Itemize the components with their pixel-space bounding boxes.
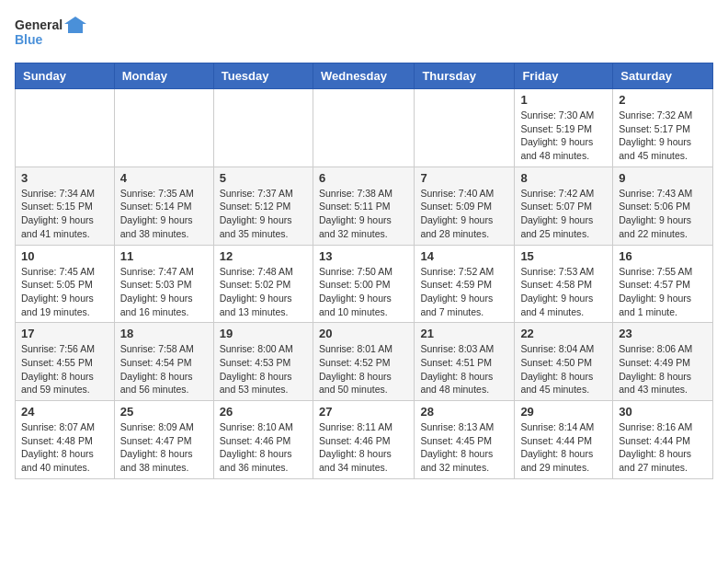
- day-info: Sunrise: 7:30 AM Sunset: 5:19 PM Dayligh…: [520, 109, 607, 163]
- calendar-cell: 29Sunrise: 8:14 AM Sunset: 4:44 PM Dayli…: [515, 401, 613, 479]
- day-info: Sunrise: 7:45 AM Sunset: 5:05 PM Dayligh…: [21, 265, 108, 319]
- day-number: 18: [120, 327, 208, 340]
- day-number: 26: [220, 405, 307, 419]
- day-info: Sunrise: 7:32 AM Sunset: 5:17 PM Dayligh…: [619, 109, 707, 163]
- calendar-cell: [213, 89, 313, 167]
- day-of-week-header: Thursday: [415, 63, 515, 89]
- calendar-cell: 20Sunrise: 8:01 AM Sunset: 4:52 PM Dayli…: [313, 323, 414, 401]
- day-number: 12: [220, 249, 307, 263]
- calendar-cell: 11Sunrise: 7:47 AM Sunset: 5:03 PM Dayli…: [114, 245, 213, 323]
- calendar-cell: 30Sunrise: 8:16 AM Sunset: 4:44 PM Dayli…: [613, 401, 713, 479]
- day-info: Sunrise: 7:37 AM Sunset: 5:12 PM Dayligh…: [220, 187, 307, 241]
- day-number: 29: [520, 405, 607, 419]
- calendar-cell: 18Sunrise: 7:58 AM Sunset: 4:54 PM Dayli…: [114, 323, 213, 401]
- day-number: 15: [520, 249, 607, 263]
- day-number: 21: [420, 327, 508, 340]
- day-info: Sunrise: 7:34 AM Sunset: 5:15 PM Dayligh…: [21, 187, 108, 241]
- calendar-week-row: 17Sunrise: 7:56 AM Sunset: 4:55 PM Dayli…: [16, 323, 713, 401]
- svg-text:General: General: [15, 17, 63, 32]
- calendar-cell: 4Sunrise: 7:35 AM Sunset: 5:14 PM Daylig…: [114, 167, 213, 245]
- day-info: Sunrise: 8:14 AM Sunset: 4:44 PM Dayligh…: [520, 420, 607, 475]
- day-number: 24: [21, 405, 108, 419]
- day-number: 17: [21, 327, 108, 340]
- day-info: Sunrise: 8:01 AM Sunset: 4:52 PM Dayligh…: [319, 342, 408, 396]
- calendar-cell: 23Sunrise: 8:06 AM Sunset: 4:49 PM Dayli…: [613, 323, 713, 401]
- calendar-cell: 25Sunrise: 8:09 AM Sunset: 4:47 PM Dayli…: [114, 401, 213, 479]
- day-info: Sunrise: 8:04 AM Sunset: 4:50 PM Dayligh…: [520, 342, 607, 396]
- calendar-cell: 2Sunrise: 7:32 AM Sunset: 5:17 PM Daylig…: [613, 89, 713, 167]
- calendar-cell: 21Sunrise: 8:03 AM Sunset: 4:51 PM Dayli…: [415, 323, 515, 401]
- day-of-week-header: Monday: [114, 63, 213, 89]
- svg-marker-2: [64, 17, 86, 33]
- day-number: 13: [319, 249, 408, 263]
- page-header: General Blue: [15, 15, 713, 52]
- day-number: 4: [120, 171, 208, 185]
- day-info: Sunrise: 7:55 AM Sunset: 4:57 PM Dayligh…: [619, 265, 707, 319]
- day-number: 25: [120, 405, 208, 419]
- day-info: Sunrise: 8:16 AM Sunset: 4:44 PM Dayligh…: [619, 420, 707, 475]
- calendar-cell: [16, 89, 115, 167]
- day-number: 20: [319, 327, 408, 340]
- day-info: Sunrise: 7:47 AM Sunset: 5:03 PM Dayligh…: [120, 265, 208, 319]
- day-info: Sunrise: 7:38 AM Sunset: 5:11 PM Dayligh…: [319, 187, 408, 241]
- calendar-cell: 14Sunrise: 7:52 AM Sunset: 4:59 PM Dayli…: [415, 245, 515, 323]
- calendar-cell: 24Sunrise: 8:07 AM Sunset: 4:48 PM Dayli…: [16, 401, 115, 479]
- calendar-cell: 1Sunrise: 7:30 AM Sunset: 5:19 PM Daylig…: [515, 89, 613, 167]
- calendar-cell: [114, 89, 213, 167]
- calendar-cell: 7Sunrise: 7:40 AM Sunset: 5:09 PM Daylig…: [415, 167, 515, 245]
- day-info: Sunrise: 8:10 AM Sunset: 4:46 PM Dayligh…: [220, 420, 307, 475]
- calendar-cell: 26Sunrise: 8:10 AM Sunset: 4:46 PM Dayli…: [213, 401, 313, 479]
- calendar-cell: [313, 89, 414, 167]
- calendar-cell: 17Sunrise: 7:56 AM Sunset: 4:55 PM Dayli…: [16, 323, 115, 401]
- day-number: 14: [420, 249, 508, 263]
- day-number: 19: [220, 327, 307, 340]
- day-info: Sunrise: 7:52 AM Sunset: 4:59 PM Dayligh…: [420, 265, 508, 319]
- day-number: 8: [520, 171, 607, 185]
- day-info: Sunrise: 8:07 AM Sunset: 4:48 PM Dayligh…: [21, 420, 108, 475]
- day-info: Sunrise: 7:50 AM Sunset: 5:00 PM Dayligh…: [319, 265, 408, 319]
- calendar-cell: 6Sunrise: 7:38 AM Sunset: 5:11 PM Daylig…: [313, 167, 414, 245]
- calendar-cell: 12Sunrise: 7:48 AM Sunset: 5:02 PM Dayli…: [213, 245, 313, 323]
- day-info: Sunrise: 7:35 AM Sunset: 5:14 PM Dayligh…: [120, 187, 208, 241]
- calendar-header-row: SundayMondayTuesdayWednesdayThursdayFrid…: [16, 63, 713, 89]
- day-info: Sunrise: 8:13 AM Sunset: 4:45 PM Dayligh…: [420, 420, 508, 475]
- day-info: Sunrise: 7:56 AM Sunset: 4:55 PM Dayligh…: [21, 342, 108, 396]
- calendar-cell: 5Sunrise: 7:37 AM Sunset: 5:12 PM Daylig…: [213, 167, 313, 245]
- day-of-week-header: Wednesday: [313, 63, 414, 89]
- day-info: Sunrise: 7:43 AM Sunset: 5:06 PM Dayligh…: [619, 187, 707, 241]
- calendar-cell: 13Sunrise: 7:50 AM Sunset: 5:00 PM Dayli…: [313, 245, 414, 323]
- day-info: Sunrise: 7:53 AM Sunset: 4:58 PM Dayligh…: [520, 265, 607, 319]
- svg-text:Blue: Blue: [15, 32, 43, 47]
- day-info: Sunrise: 7:58 AM Sunset: 4:54 PM Dayligh…: [120, 342, 208, 396]
- calendar-week-row: 3Sunrise: 7:34 AM Sunset: 5:15 PM Daylig…: [16, 167, 713, 245]
- day-info: Sunrise: 8:06 AM Sunset: 4:49 PM Dayligh…: [619, 342, 707, 396]
- day-info: Sunrise: 7:40 AM Sunset: 5:09 PM Dayligh…: [420, 187, 508, 241]
- day-number: 30: [619, 405, 707, 419]
- calendar-week-row: 24Sunrise: 8:07 AM Sunset: 4:48 PM Dayli…: [16, 401, 713, 479]
- day-info: Sunrise: 7:42 AM Sunset: 5:07 PM Dayligh…: [520, 187, 607, 241]
- day-number: 22: [520, 327, 607, 340]
- day-of-week-header: Sunday: [16, 63, 115, 89]
- day-number: 7: [420, 171, 508, 185]
- calendar-cell: [415, 89, 515, 167]
- day-number: 10: [21, 249, 108, 263]
- day-info: Sunrise: 8:00 AM Sunset: 4:53 PM Dayligh…: [220, 342, 307, 396]
- day-info: Sunrise: 8:09 AM Sunset: 4:47 PM Dayligh…: [120, 420, 208, 475]
- day-info: Sunrise: 8:11 AM Sunset: 4:46 PM Dayligh…: [319, 420, 408, 475]
- calendar-cell: 22Sunrise: 8:04 AM Sunset: 4:50 PM Dayli…: [515, 323, 613, 401]
- calendar-cell: 27Sunrise: 8:11 AM Sunset: 4:46 PM Dayli…: [313, 401, 414, 479]
- day-number: 9: [619, 171, 707, 185]
- day-number: 1: [520, 93, 607, 107]
- calendar-cell: 9Sunrise: 7:43 AM Sunset: 5:06 PM Daylig…: [613, 167, 713, 245]
- logo-svg: General Blue: [15, 15, 88, 52]
- day-number: 28: [420, 405, 508, 419]
- day-of-week-header: Friday: [515, 63, 613, 89]
- calendar-cell: 15Sunrise: 7:53 AM Sunset: 4:58 PM Dayli…: [515, 245, 613, 323]
- day-info: Sunrise: 8:03 AM Sunset: 4:51 PM Dayligh…: [420, 342, 508, 396]
- calendar-cell: 28Sunrise: 8:13 AM Sunset: 4:45 PM Dayli…: [415, 401, 515, 479]
- calendar-week-row: 1Sunrise: 7:30 AM Sunset: 5:19 PM Daylig…: [16, 89, 713, 167]
- day-number: 5: [220, 171, 307, 185]
- calendar-cell: 10Sunrise: 7:45 AM Sunset: 5:05 PM Dayli…: [16, 245, 115, 323]
- calendar-cell: 19Sunrise: 8:00 AM Sunset: 4:53 PM Dayli…: [213, 323, 313, 401]
- calendar-cell: 16Sunrise: 7:55 AM Sunset: 4:57 PM Dayli…: [613, 245, 713, 323]
